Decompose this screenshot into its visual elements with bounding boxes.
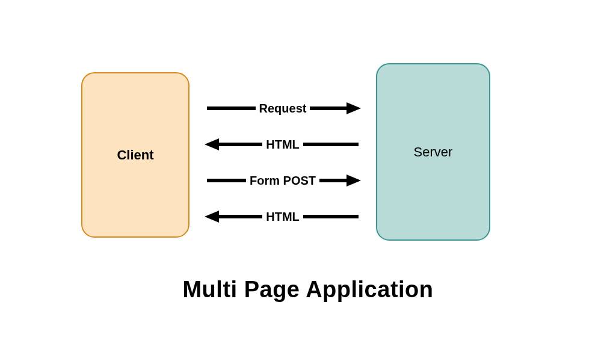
arrow-row-request: Request (205, 90, 361, 126)
svg-marker-5 (346, 174, 361, 187)
arrow-label-wrap: Request (256, 102, 310, 116)
arrows-container: Request HTML Form POST HTML (205, 90, 361, 235)
diagram-title: Multi Page Application (0, 277, 616, 303)
arrow-label-html-1: HTML (266, 138, 300, 151)
svg-marker-3 (205, 138, 219, 150)
arrow-label-wrap: HTML (262, 210, 303, 224)
client-label: Client (117, 147, 153, 163)
arrow-row-html-1: HTML (205, 126, 361, 162)
svg-marker-1 (346, 102, 361, 114)
arrow-label-wrap: Form POST (246, 174, 319, 188)
client-node: Client (81, 72, 189, 238)
arrow-label-request: Request (259, 102, 307, 115)
server-label: Server (414, 144, 453, 160)
arrow-row-html-2: HTML (205, 199, 361, 235)
server-node: Server (376, 63, 490, 241)
arrow-label-html-2: HTML (266, 210, 300, 223)
arrow-label-wrap: HTML (262, 138, 303, 152)
svg-marker-7 (205, 211, 219, 223)
arrow-label-form-post: Form POST (250, 174, 316, 187)
arrow-row-form-post: Form POST (205, 162, 361, 199)
